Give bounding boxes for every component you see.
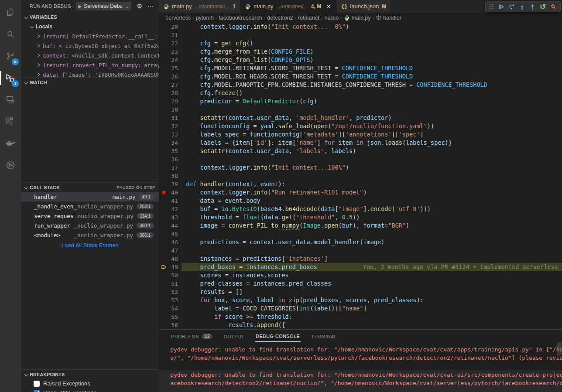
line-number[interactable]: 23 [168,48,178,56]
line-number[interactable]: 52 [168,288,178,296]
code-line-22[interactable]: 22 cfg = get_cfg() [159,39,562,48]
gutter-glyph-margin[interactable] [159,39,168,48]
toolbar-drag-handle[interactable] [489,3,494,10]
gutter-glyph-margin[interactable] [159,280,168,288]
line-number[interactable]: 40 [168,188,178,197]
activity-item-source-control[interactable]: 8 [0,45,21,67]
line-number[interactable]: 35 [168,147,178,155]
breakpoints-section-header[interactable]: BREAKPOINTS [21,369,159,379]
code-text[interactable] [182,172,562,180]
code-line-33[interactable]: 33 labels_spec = functionconfig['metadat… [159,130,562,139]
code-line-36[interactable]: 36 [159,155,562,164]
gutter-glyph-margin[interactable] [159,139,168,147]
breadcrumb-item-handler[interactable]: handler [376,15,401,21]
variable-row[interactable]: buf:<_io.BytesIO object at 0x7f5a2dc1ecc… [21,41,159,51]
gutter-glyph-margin[interactable] [159,56,168,64]
code-text[interactable]: predictions = context.user_data.model_ha… [182,238,562,246]
line-number[interactable]: 21 [168,31,178,39]
line-number[interactable]: 26 [168,72,178,81]
code-editor[interactable]: 20 context.logger.info("Init context... … [159,23,562,329]
code-line-51[interactable]: 51 pred_classes = instances.pred_classes [159,280,562,288]
continue-button[interactable] [496,1,506,12]
code-line-20[interactable]: 20 context.logger.info("Init context... … [159,23,562,31]
code-line-25[interactable]: 25 cfg.MODEL.RETINANET.SCORE_THRESH_TEST… [159,64,562,72]
gutter-glyph-margin[interactable] [159,97,168,106]
line-number[interactable]: 49 [168,263,178,271]
code-text[interactable] [182,31,562,39]
stack-frame-handler[interactable]: handlermain.py49:1 [21,192,159,201]
code-line-46[interactable]: 46 predictions = context.user_data.model… [159,238,562,246]
code-line-27[interactable]: 27 cfg.MODEL.PANOPTIC_FPN.COMBINE.INSTAN… [159,81,562,89]
code-line-56[interactable]: 56 results.append({ [159,321,562,329]
code-text[interactable] [182,230,562,238]
line-number[interactable]: 48 [168,255,178,263]
gutter-glyph-margin[interactable] [159,31,168,39]
line-number[interactable]: 24 [168,56,178,64]
gutter-glyph-margin[interactable] [159,238,168,246]
locals-scope[interactable]: Locals [21,22,159,31]
checkbox-checked[interactable] [34,390,40,392]
activity-item-search[interactable] [0,24,21,45]
code-text[interactable]: setattr(context.user_data, "labels", lab… [182,147,562,155]
close-icon[interactable]: ✕ [325,3,332,10]
breadcrumb-item-facebookresearch[interactable]: facebookresearch [219,15,262,21]
gutter-glyph-margin[interactable] [159,122,168,130]
gutter-glyph-margin[interactable] [159,205,168,213]
code-text[interactable]: context.logger.info("Init context... 0%"… [182,23,562,31]
breakpoint-row[interactable]: Uncaught Exceptions [21,388,159,392]
code-text[interactable]: cfg.merge_from_file(CONFIG_FILE) [182,48,562,56]
activity-item-explorer[interactable] [0,2,21,24]
code-text[interactable] [182,155,562,164]
step-into-button[interactable] [517,1,527,12]
code-text[interactable]: buf = io.BytesIO(base64.b64decode(data["… [182,205,562,213]
code-text[interactable]: results.append({ [182,321,562,329]
gutter-glyph-margin[interactable] [159,72,168,81]
code-line-55[interactable]: 55 if score >= threshold: [159,313,562,321]
launch-config-dropdown[interactable]: ▶ Serverless Debu ⌄ [76,2,132,10]
gutter-glyph-margin[interactable] [159,23,168,31]
code-line-48[interactable]: 48 instances = predictions['instances'] [159,255,562,263]
gutter-glyph-margin[interactable] [159,89,168,97]
gutter-glyph-margin[interactable] [159,255,168,263]
activity-item-run-and-debug[interactable]: 1 [0,67,21,89]
line-number[interactable]: 34 [168,139,178,147]
code-text[interactable]: threshold = float(data.get("threshold", … [182,213,562,222]
code-line-53[interactable]: 53 for box, score, label in zip(pred_box… [159,296,562,304]
line-number[interactable]: 20 [168,23,178,31]
panel-tab-debug-console[interactable]: DEBUG CONSOLE [255,331,301,342]
line-number[interactable]: 55 [168,313,178,321]
code-text[interactable]: cfg.merge_from_list(CONFIG_OPTS) [182,56,562,64]
activity-item-docker[interactable] [0,133,21,154]
line-number[interactable]: 46 [168,238,178,246]
code-text[interactable]: if score >= threshold: [182,313,562,321]
code-line-40[interactable]: 40 context.logger.info("Run retinanet-R1… [159,188,562,197]
line-number[interactable]: 47 [168,246,178,255]
code-line-39[interactable]: 39def handler(context, event): [159,180,562,188]
editor-tab-main.py[interactable]: main.py.../siammask/...1 [159,0,240,13]
line-number[interactable]: 22 [168,39,178,48]
code-text[interactable]: labels = {item['id']: item['name'] for i… [182,139,562,147]
gutter-glyph-margin[interactable] [159,213,168,222]
gutter-glyph-margin[interactable] [159,188,168,197]
line-number[interactable]: 28 [168,89,178,97]
line-number[interactable]: 43 [168,213,178,222]
code-text[interactable]: pred_classes = instances.pred_classes [182,280,562,288]
code-line-54[interactable]: 54 label = COCO_CATEGORIES[int(label)]["… [159,304,562,313]
breakpoint-row[interactable]: Raised Exceptions [21,379,159,388]
code-line-38[interactable]: 38 [159,172,562,180]
stack-frame-serve_requests[interactable]: serve_requests_nuclio_wrapper.py114:1 [21,211,159,221]
code-line-44[interactable]: 44 image = convert_PIL_to_numpy(Image.op… [159,222,562,230]
code-line-21[interactable]: 21 [159,31,562,39]
panel-scrollbar[interactable] [557,342,562,355]
line-number[interactable]: 25 [168,64,178,72]
code-text[interactable]: cfg.MODEL.PANOPTIC_FPN.COMBINE.INSTANCES… [182,81,562,89]
code-line-30[interactable]: 30 [159,106,562,114]
gutter-glyph-margin[interactable] [159,222,168,230]
line-number[interactable]: 42 [168,205,178,213]
code-text[interactable]: for box, score, label in zip(pred_boxes,… [182,296,562,304]
gutter-glyph-margin[interactable] [159,230,168,238]
line-number[interactable]: 38 [168,172,178,180]
variable-row[interactable]: context:<nuclio_sdk.context.Context obje… [21,51,159,60]
more-actions-icon[interactable]: ⋯ [147,3,154,9]
line-number[interactable]: 44 [168,222,178,230]
